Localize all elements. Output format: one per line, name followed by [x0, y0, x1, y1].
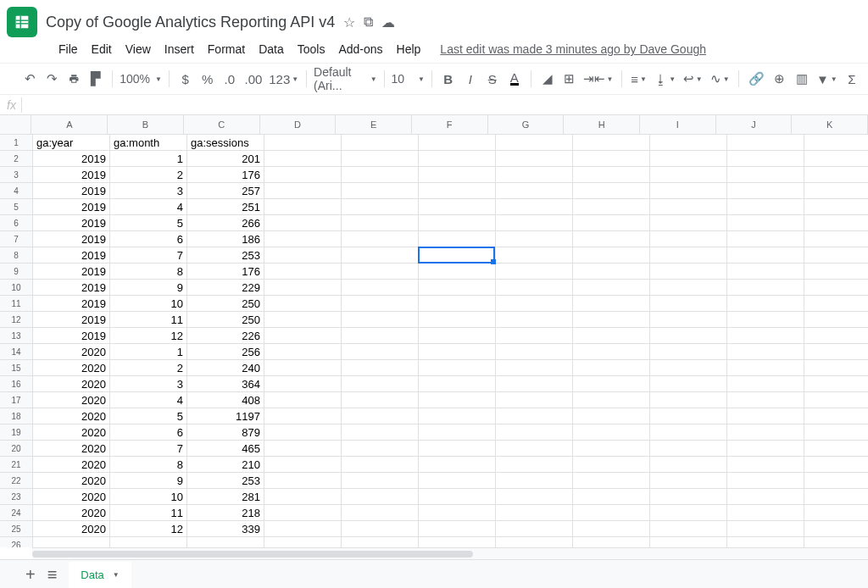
cell[interactable] — [419, 167, 496, 182]
cell[interactable]: 2020 — [33, 392, 110, 408]
cell[interactable]: 10 — [110, 489, 187, 504]
cell[interactable] — [496, 408, 573, 424]
cell[interactable] — [419, 473, 496, 488]
cell[interactable]: 250 — [187, 312, 264, 327]
cell[interactable]: 11 — [110, 505, 187, 520]
font-select[interactable]: Default (Ari...▼ — [314, 65, 377, 92]
cell[interactable]: 2020 — [33, 441, 110, 456]
cell[interactable]: 218 — [187, 505, 264, 520]
cell[interactable] — [650, 151, 727, 166]
cell[interactable] — [727, 183, 804, 198]
row-header[interactable]: 23 — [0, 489, 32, 505]
move-icon[interactable]: ⧉ — [364, 14, 373, 30]
sheet-tab[interactable]: Data▼ — [69, 562, 131, 588]
cell[interactable] — [727, 392, 804, 408]
horizontal-scrollbar[interactable] — [32, 547, 868, 559]
cell[interactable] — [804, 441, 868, 456]
cell[interactable] — [342, 489, 419, 504]
cell[interactable]: 8 — [110, 263, 187, 279]
cell[interactable] — [342, 441, 419, 456]
cell[interactable]: 10 — [110, 296, 187, 311]
cell[interactable] — [419, 392, 496, 408]
cell[interactable] — [419, 215, 496, 230]
cell[interactable] — [804, 312, 868, 327]
cell[interactable] — [496, 344, 573, 359]
cell[interactable] — [804, 247, 868, 263]
cell[interactable] — [650, 312, 727, 327]
row-header[interactable]: 13 — [0, 328, 32, 344]
cell[interactable]: 176 — [187, 167, 264, 182]
text-color-icon[interactable]: A — [505, 68, 524, 90]
cell[interactable] — [419, 489, 496, 504]
row-header[interactable]: 2 — [0, 151, 32, 167]
cell[interactable]: 257 — [187, 183, 264, 198]
cell[interactable] — [264, 167, 342, 182]
row-header[interactable]: 10 — [0, 280, 32, 296]
cell[interactable]: 339 — [187, 521, 264, 536]
cell[interactable] — [496, 183, 573, 198]
cell[interactable] — [650, 505, 727, 520]
cell[interactable]: 4 — [110, 392, 187, 408]
menu-data[interactable]: Data — [253, 41, 290, 58]
cell[interactable] — [419, 360, 496, 375]
strikethrough-icon[interactable]: S — [483, 68, 502, 90]
cell[interactable] — [264, 441, 342, 456]
cell[interactable]: 1 — [110, 344, 187, 359]
row-header[interactable]: 7 — [0, 231, 32, 247]
cell[interactable]: 364 — [187, 376, 264, 391]
formula-bar[interactable]: fx — [0, 95, 868, 115]
cell[interactable] — [727, 135, 804, 150]
cell[interactable] — [804, 263, 868, 279]
cell[interactable] — [342, 392, 419, 408]
cell[interactable] — [342, 424, 419, 440]
cell[interactable]: 2019 — [33, 215, 110, 230]
cell[interactable] — [419, 457, 496, 472]
cell[interactable] — [727, 328, 804, 343]
cell[interactable] — [419, 376, 496, 391]
cell[interactable] — [496, 360, 573, 375]
menu-help[interactable]: Help — [391, 41, 427, 58]
filter-icon[interactable]: ▼▼ — [815, 68, 839, 90]
cell[interactable] — [573, 167, 650, 182]
currency-icon[interactable]: $ — [176, 68, 195, 90]
row-header[interactable]: 26 — [0, 537, 32, 547]
cell[interactable] — [264, 376, 342, 391]
menu-file[interactable]: File — [53, 41, 84, 58]
cell[interactable] — [804, 408, 868, 424]
cell[interactable] — [496, 296, 573, 311]
cell[interactable] — [342, 135, 419, 150]
percent-icon[interactable]: % — [198, 68, 217, 90]
cell[interactable] — [496, 424, 573, 440]
cell[interactable] — [573, 296, 650, 311]
cell[interactable]: 5 — [110, 408, 187, 424]
cell[interactable] — [342, 376, 419, 391]
cell[interactable] — [419, 505, 496, 520]
menu-format[interactable]: Format — [202, 41, 251, 58]
row-header[interactable]: 24 — [0, 505, 32, 521]
borders-icon[interactable]: ⊞ — [560, 68, 579, 90]
functions-icon[interactable]: Σ — [843, 68, 861, 90]
star-icon[interactable]: ☆ — [343, 14, 355, 31]
row-header[interactable]: 25 — [0, 521, 32, 537]
cell[interactable] — [342, 280, 419, 295]
cell[interactable]: 2 — [110, 167, 187, 182]
cell[interactable] — [804, 489, 868, 504]
cell[interactable] — [264, 183, 342, 198]
cell[interactable] — [727, 360, 804, 375]
cell[interactable]: 1197 — [187, 408, 264, 424]
cell[interactable] — [264, 312, 342, 327]
cell[interactable] — [264, 263, 342, 279]
cell[interactable] — [496, 505, 573, 520]
undo-icon[interactable]: ↶ — [20, 68, 39, 90]
cell[interactable] — [650, 392, 727, 408]
cell[interactable] — [342, 473, 419, 488]
cell[interactable] — [419, 199, 496, 214]
cell[interactable]: 2019 — [33, 183, 110, 198]
cell[interactable] — [496, 199, 573, 214]
cell[interactable] — [419, 231, 496, 247]
cell[interactable] — [573, 231, 650, 247]
cell[interactable] — [419, 312, 496, 327]
cell[interactable] — [264, 505, 342, 520]
cell[interactable] — [496, 247, 573, 263]
print-icon[interactable] — [64, 68, 83, 90]
